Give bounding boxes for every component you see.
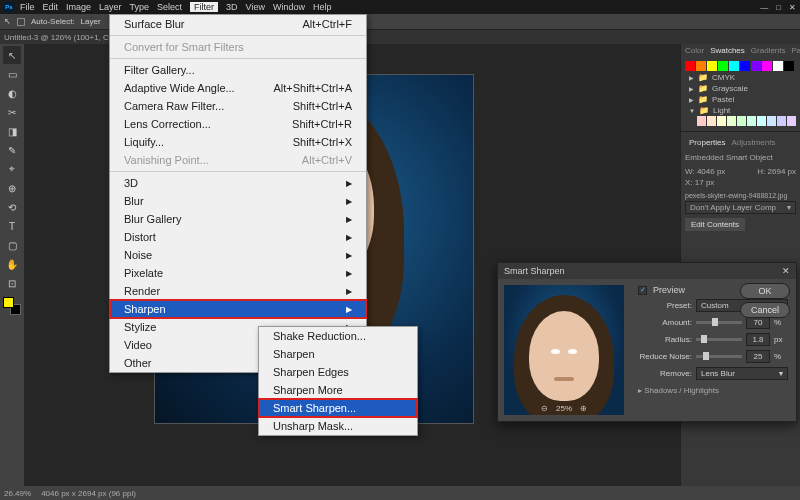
- tool-stamp[interactable]: ⟲: [3, 198, 21, 216]
- tab-color[interactable]: Color: [685, 46, 704, 55]
- tool-shape[interactable]: ▢: [3, 236, 21, 254]
- menu-filter[interactable]: Filter: [190, 2, 218, 12]
- submenu-item-sharpen-edges[interactable]: Sharpen Edges: [259, 363, 417, 381]
- swatch[interactable]: [685, 61, 695, 71]
- tool-brush[interactable]: ⊕: [3, 179, 21, 197]
- swatch[interactable]: [767, 116, 776, 126]
- folder-cmyk[interactable]: ▶📁CMYK: [685, 72, 796, 83]
- menu-image[interactable]: Image: [66, 2, 91, 12]
- submenu-item-shake-reduction-[interactable]: Shake Reduction...: [259, 327, 417, 345]
- tool-eyedropper[interactable]: ✎: [3, 141, 21, 159]
- tab-properties[interactable]: Properties: [689, 138, 725, 147]
- tool-zoom[interactable]: ⊡: [3, 274, 21, 292]
- swatch[interactable]: [729, 61, 739, 71]
- swatch[interactable]: [740, 61, 750, 71]
- preview-checkbox[interactable]: ✓: [638, 286, 647, 295]
- menu-item-filter-gallery-[interactable]: Filter Gallery...: [110, 61, 366, 79]
- menu-item-sharpen[interactable]: Sharpen▶: [110, 300, 366, 318]
- menu-layer[interactable]: Layer: [99, 2, 122, 12]
- dialog-titlebar[interactable]: Smart Sharpen ✕: [498, 263, 796, 279]
- menu-item-lens-correction-[interactable]: Lens Correction...Shift+Ctrl+R: [110, 115, 366, 133]
- close-button[interactable]: ✕: [789, 3, 796, 12]
- menu-item-3d[interactable]: 3D▶: [110, 174, 366, 192]
- remove-dropdown[interactable]: Lens Blur▾: [696, 367, 788, 380]
- swatch[interactable]: [737, 116, 746, 126]
- tool-lasso[interactable]: ◐: [3, 84, 21, 102]
- swatch[interactable]: [762, 61, 772, 71]
- menu-edit[interactable]: Edit: [43, 2, 59, 12]
- submenu-item-smart-sharpen-[interactable]: Smart Sharpen...: [259, 399, 417, 417]
- tab-patterns[interactable]: Patterns: [792, 46, 801, 55]
- menu-window[interactable]: Window: [273, 2, 305, 12]
- tool-type[interactable]: T: [3, 217, 21, 235]
- tool-crop[interactable]: ✂: [3, 103, 21, 121]
- menu-item-surface-blur[interactable]: Surface BlurAlt+Ctrl+F: [110, 15, 366, 33]
- swatch[interactable]: [707, 116, 716, 126]
- tool-heal[interactable]: ⌖: [3, 160, 21, 178]
- swatch[interactable]: [757, 116, 766, 126]
- minimize-button[interactable]: —: [760, 3, 768, 12]
- swatch[interactable]: [707, 61, 717, 71]
- menu-item-render[interactable]: Render▶: [110, 282, 366, 300]
- zoom-in-icon[interactable]: ⊕: [580, 404, 587, 413]
- noise-value[interactable]: 25: [746, 350, 770, 363]
- swatch[interactable]: [718, 61, 728, 71]
- menu-item-vanishing-point-[interactable]: Vanishing Point...Alt+Ctrl+V: [110, 151, 366, 169]
- menu-item-noise[interactable]: Noise▶: [110, 246, 366, 264]
- submenu-item-sharpen-more[interactable]: Sharpen More: [259, 381, 417, 399]
- menu-file[interactable]: File: [20, 2, 35, 12]
- noise-slider[interactable]: [696, 355, 742, 358]
- radius-value[interactable]: 1.8: [746, 333, 770, 346]
- tab-adjustments[interactable]: Adjustments: [731, 138, 775, 147]
- menu-view[interactable]: View: [246, 2, 265, 12]
- amount-slider[interactable]: [696, 321, 742, 324]
- tab-gradients[interactable]: Gradients: [751, 46, 786, 55]
- menu-help[interactable]: Help: [313, 2, 332, 12]
- menu-item-blur-gallery[interactable]: Blur Gallery▶: [110, 210, 366, 228]
- autoselect-checkbox[interactable]: [17, 18, 25, 26]
- swatch[interactable]: [696, 61, 706, 71]
- cancel-button[interactable]: Cancel: [740, 302, 790, 318]
- tool-marquee[interactable]: ▭: [3, 65, 21, 83]
- tool-move[interactable]: ↖: [3, 46, 21, 64]
- swatch[interactable]: [787, 116, 796, 126]
- menu-item-camera-raw-filter-[interactable]: Camera Raw Filter...Shift+Ctrl+A: [110, 97, 366, 115]
- menu-item-convert-for-smart-filters[interactable]: Convert for Smart Filters: [110, 38, 366, 56]
- submenu-item-sharpen[interactable]: Sharpen: [259, 345, 417, 363]
- menu-select[interactable]: Select: [157, 2, 182, 12]
- folder-grayscale[interactable]: ▶📁Grayscale: [685, 83, 796, 94]
- ok-button[interactable]: OK: [740, 283, 790, 299]
- menu-3d[interactable]: 3D: [226, 2, 238, 12]
- swatch[interactable]: [784, 61, 794, 71]
- layer-comp-dropdown[interactable]: Don't Apply Layer Comp▾: [685, 201, 796, 214]
- swatch[interactable]: [727, 116, 736, 126]
- dialog-close-icon[interactable]: ✕: [782, 266, 790, 276]
- swatch[interactable]: [747, 116, 756, 126]
- autoselect-dropdown[interactable]: Layer: [81, 17, 101, 26]
- menu-item-adaptive-wide-angle-[interactable]: Adaptive Wide Angle...Alt+Shift+Ctrl+A: [110, 79, 366, 97]
- swatch[interactable]: [697, 116, 706, 126]
- edit-contents-button[interactable]: Edit Contents: [685, 218, 745, 231]
- foreground-color[interactable]: [3, 297, 14, 308]
- menu-type[interactable]: Type: [130, 2, 150, 12]
- tool-frame[interactable]: ◨: [3, 122, 21, 140]
- radius-slider[interactable]: [696, 338, 742, 341]
- submenu-item-unsharp-mask-[interactable]: Unsharp Mask...: [259, 417, 417, 435]
- shadows-highlights-toggle[interactable]: ▸ Shadows / Highlights: [638, 386, 788, 395]
- swatch[interactable]: [777, 116, 786, 126]
- menu-item-distort[interactable]: Distort▶: [110, 228, 366, 246]
- swatch[interactable]: [773, 61, 783, 71]
- color-swatches[interactable]: [3, 297, 21, 315]
- tool-hand[interactable]: ✋: [3, 255, 21, 273]
- tab-swatches[interactable]: Swatches: [710, 46, 745, 55]
- swatch[interactable]: [751, 61, 761, 71]
- menu-item-liquify-[interactable]: Liquify...Shift+Ctrl+X: [110, 133, 366, 151]
- menu-item-pixelate[interactable]: Pixelate▶: [110, 264, 366, 282]
- swatch[interactable]: [717, 116, 726, 126]
- maximize-button[interactable]: □: [776, 3, 781, 12]
- folder-pastel[interactable]: ▶📁Pastel: [685, 94, 796, 105]
- menu-item-blur[interactable]: Blur▶: [110, 192, 366, 210]
- status-zoom[interactable]: 26.49%: [4, 489, 31, 498]
- folder-light[interactable]: ▼📁Light: [685, 105, 796, 116]
- zoom-out-icon[interactable]: ⊖: [541, 404, 548, 413]
